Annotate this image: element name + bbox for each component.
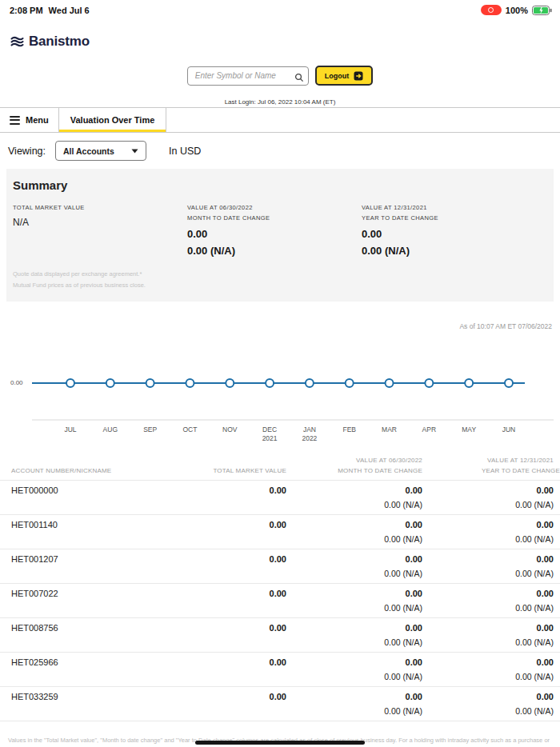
tab-valuation-over-time[interactable]: Valuation Over Time xyxy=(58,108,167,132)
search-box xyxy=(187,66,309,86)
summary-total-col: TOTAL MARKET VALUE N/A xyxy=(13,203,187,258)
ytd-change-cell: 0.00 (N/A) xyxy=(422,500,554,509)
currency-note: In USD xyxy=(169,146,201,157)
table-row: HET0070220.000.000.000.00 (N/A)0.00 (N/A… xyxy=(0,584,560,618)
ytd-change-cell: 0.00 (N/A) xyxy=(422,569,554,578)
mtd-change-cell: 0.00 (N/A) xyxy=(286,500,422,509)
ytd-change: 0.00 (N/A) xyxy=(362,245,438,258)
col-header-account: ACCOUNT NUMBER/NICKNAME xyxy=(0,467,178,474)
x-tick-year-label: 2022 xyxy=(302,434,317,442)
mtd-value-cell: 0.00 xyxy=(286,485,422,495)
logout-button-label: Logout xyxy=(325,72,350,80)
chart-marker xyxy=(505,379,513,387)
ytd-value-cell: 0.00 xyxy=(422,623,554,633)
summary-ytd-col: VALUE AT 12/31/2021 YEAR TO DATE CHANGE … xyxy=(362,203,438,258)
ytd-change-cell: 0.00 (N/A) xyxy=(422,534,554,544)
mtd-change: 0.00 (N/A) xyxy=(187,245,362,258)
chart-marker xyxy=(66,379,74,387)
ytd-change-cell: 0.00 (N/A) xyxy=(422,672,554,681)
chart-marker xyxy=(266,379,274,387)
mtd-value: 0.00 xyxy=(187,228,362,241)
status-bar: 2:08 PM Wed Jul 6 100% xyxy=(0,0,560,18)
total-market-value-cell: 0.00 xyxy=(178,623,286,633)
x-tick-label: MAR xyxy=(382,425,397,433)
brand-name: Banistmo xyxy=(29,34,90,50)
total-market-value-label: TOTAL MARKET VALUE xyxy=(13,203,187,214)
total-market-value-cell: 0.00 xyxy=(178,485,286,495)
summary-panel: Summary TOTAL MARKET VALUE N/A VALUE AT … xyxy=(6,169,554,302)
account-number: HET001207 xyxy=(0,554,178,564)
x-tick-label: SEP xyxy=(143,425,157,433)
account-number: HET008756 xyxy=(0,623,178,633)
chart-marker xyxy=(465,379,473,387)
group-header-mtd: VALUE AT 06/30/2022 xyxy=(286,457,422,464)
ytd-value-cell: 0.00 xyxy=(422,657,554,667)
table-row: HET0259660.000.000.000.00 (N/A)0.00 (N/A… xyxy=(0,653,560,687)
ytd-value-cell: 0.00 xyxy=(422,589,554,598)
ytd-change-cell: 0.00 (N/A) xyxy=(422,706,554,716)
app-header: Banistmo xyxy=(0,18,560,50)
chart-marker xyxy=(106,379,114,387)
mtd-value-cell: 0.00 xyxy=(286,692,422,701)
screen-recording-indicator[interactable] xyxy=(481,5,502,15)
ytd-value-at-label: VALUE AT 12/31/2021 xyxy=(362,203,438,214)
mtd-change-cell: 0.00 (N/A) xyxy=(286,534,422,544)
chart-marker xyxy=(425,379,433,387)
status-time: 2:08 PM xyxy=(10,6,43,15)
ytd-value-cell: 0.00 xyxy=(422,485,554,495)
mtd-value-cell: 0.00 xyxy=(286,554,422,564)
valuation-chart: JULAUGSEPOCTNOVDECJANFEBMARAPRMAYJUN2021… xyxy=(0,337,560,449)
chevron-down-icon xyxy=(131,149,138,154)
nav-bar: Menu Valuation Over Time xyxy=(0,107,560,133)
x-tick-label: OCT xyxy=(182,425,197,433)
status-date: Wed Jul 6 xyxy=(49,6,90,15)
summary-title: Summary xyxy=(13,178,547,192)
table-row: HET0012070.000.000.000.00 (N/A)0.00 (N/A… xyxy=(0,549,560,584)
ytd-value-cell: 0.00 xyxy=(422,520,554,529)
symbol-search-input[interactable] xyxy=(187,66,309,86)
chart-marker xyxy=(146,379,154,387)
ytd-value: 0.00 xyxy=(362,228,438,241)
mtd-change-cell: 0.00 (N/A) xyxy=(286,706,422,716)
mtd-change-cell: 0.00 (N/A) xyxy=(286,637,422,647)
x-tick-label: FEB xyxy=(342,425,356,433)
search-row: Logout xyxy=(0,66,560,86)
viewing-label: Viewing: xyxy=(8,146,46,157)
x-tick-label: JUN xyxy=(502,425,516,433)
total-market-value-cell: 0.00 xyxy=(178,692,286,701)
col-header-total-market-value: TOTAL MARKET VALUE xyxy=(178,467,286,474)
logout-button[interactable]: Logout xyxy=(315,66,374,86)
hamburger-icon xyxy=(10,116,20,125)
account-number: HET007022 xyxy=(0,589,178,598)
total-market-value-cell: 0.00 xyxy=(178,554,286,564)
chart-marker xyxy=(386,379,394,387)
table-row: HET0000000.000.000.000.00 (N/A)0.00 (N/A… xyxy=(0,481,560,515)
summary-mtd-col: VALUE AT 06/30/2022 MONTH TO DATE CHANGE… xyxy=(187,203,362,258)
as-of-timestamp: As of 10:07 AM ET 07/06/2022 xyxy=(8,322,552,330)
table-header-row: ACCOUNT NUMBER/NICKNAME TOTAL MARKET VAL… xyxy=(0,464,560,481)
tab-label: Valuation Over Time xyxy=(70,115,155,125)
account-number: HET025966 xyxy=(0,657,178,667)
table-body: HET0000000.000.000.000.00 (N/A)0.00 (N/A… xyxy=(0,481,560,721)
account-number: HET033259 xyxy=(0,692,178,701)
ytd-change-label: YEAR TO DATE CHANGE xyxy=(362,214,438,224)
home-indicator[interactable] xyxy=(195,741,365,745)
record-icon xyxy=(488,7,494,13)
last-login-text: Last Login: Jul 06, 2022 10:04 AM (ET) xyxy=(0,98,560,106)
table-row: HET0011400.000.000.000.00 (N/A)0.00 (N/A… xyxy=(0,515,560,549)
battery-icon xyxy=(532,6,552,15)
total-market-value-cell: 0.00 xyxy=(178,589,286,598)
total-market-value-cell: 0.00 xyxy=(178,657,286,667)
chart-marker xyxy=(226,379,234,387)
ytd-change-cell: 0.00 (N/A) xyxy=(422,637,554,647)
mtd-change-cell: 0.00 (N/A) xyxy=(286,569,422,578)
account-number: HET001140 xyxy=(0,520,178,529)
logout-icon xyxy=(354,71,363,81)
mtd-value-cell: 0.00 xyxy=(286,520,422,529)
x-tick-label: APR xyxy=(422,425,436,433)
menu-button[interactable]: Menu xyxy=(0,108,58,132)
accounts-dropdown[interactable]: All Accounts xyxy=(55,141,146,161)
x-tick-label: JAN xyxy=(303,425,316,433)
table-row: HET0332590.000.000.000.00 (N/A)0.00 (N/A… xyxy=(0,687,560,721)
menu-button-label: Menu xyxy=(26,115,49,125)
